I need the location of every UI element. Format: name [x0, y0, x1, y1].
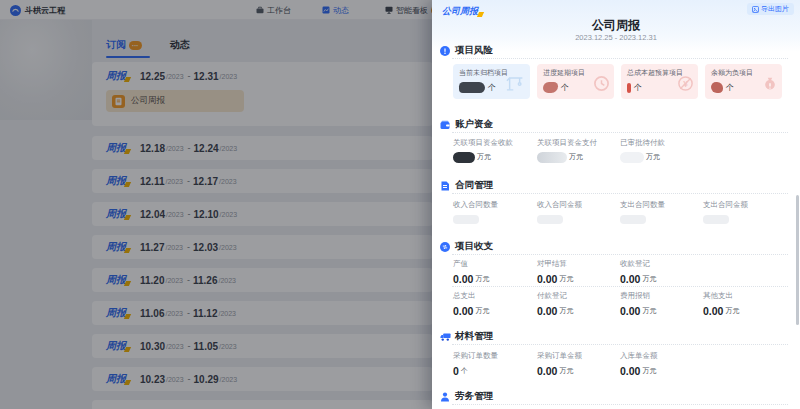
stat-unit: 万元 [646, 152, 660, 163]
stat-value: 0.00 [537, 305, 557, 317]
money-bag-icon [762, 76, 778, 96]
section-funds-header: 账户资金 [440, 119, 493, 130]
yen-over-budget-icon: ¥ [677, 75, 694, 96]
stat-label: 产值 [453, 259, 489, 269]
divider [452, 286, 788, 287]
redacted-value [459, 82, 485, 93]
contract-doc-icon [440, 181, 451, 191]
stat-expense-contract-amount: 支出合同金额 [703, 200, 748, 224]
stat-unit: 万元 [475, 306, 489, 317]
stat-payment-registration: 付款登记 0.00万元 [537, 291, 573, 317]
section-budget-header: 项目收支 [440, 241, 493, 252]
stat-label: 关联项目资金收款 [453, 138, 513, 148]
image-icon [752, 6, 759, 13]
stat-income-contract-amount: 收入合同金额 [537, 200, 582, 224]
redacted-value [711, 82, 723, 93]
risk-card-negative-balance: 余额为负项目 个 [705, 64, 782, 99]
clock-icon [593, 75, 610, 96]
stat-label: 其他支出 [703, 291, 739, 301]
stat-label: 采购订单金额 [537, 351, 582, 361]
stat-label: 收入合同数量 [453, 200, 498, 210]
stat-label: 支出合同金额 [703, 200, 748, 210]
truck-icon [440, 332, 451, 342]
risk-card-delayed: 进度延期项目 个 [537, 64, 614, 99]
section-funds-title: 账户资金 [455, 118, 493, 131]
stat-label: 关联项目资金支付 [537, 138, 597, 148]
materials-stats: 采购订单数量 0个 采购订单金额 0.00万元 入库单金额 0.00万元 [453, 351, 790, 375]
stat-expense-contract-count: 支出合同数量 [620, 200, 665, 224]
stat-settlement: 对甲结算 0.00万元 [537, 259, 573, 285]
divider [452, 132, 788, 133]
stat-label: 采购订单数量 [453, 351, 498, 361]
stat-label: 收款登记 [620, 259, 656, 269]
risk-card-unit: 个 [561, 82, 569, 93]
redacted-value [537, 215, 563, 224]
section-materials-header: 材料管理 [440, 331, 493, 342]
stat-label: 支出合同数量 [620, 200, 665, 210]
stat-output-value: 产值 0.00万元 [453, 259, 489, 285]
stat-unit: 万元 [642, 306, 656, 317]
section-risk-title: 项目风险 [455, 44, 493, 57]
stat-unit: 万元 [477, 152, 491, 163]
stat-value: 0.00 [620, 365, 640, 377]
stat-value: 0.00 [620, 305, 640, 317]
stat-inbound-amount: 入库单金额 0.00万元 [620, 351, 658, 377]
stat-label: 总支出 [453, 291, 489, 301]
divider [452, 58, 788, 59]
stat-label: 收入合同金额 [537, 200, 582, 210]
stat-value: 0.00 [537, 365, 557, 377]
funds-stats: 关联项目资金收款 万元 关联项目资金支付 万元 已审批待付款 万元 [453, 138, 790, 162]
stat-value: 0.00 [453, 305, 473, 317]
stat-unit: 个 [461, 366, 468, 377]
income-expense-icon [440, 242, 451, 252]
export-image-button[interactable]: 导出图片 [747, 3, 794, 15]
alert-icon [440, 46, 451, 56]
stat-purchase-order-count: 采购订单数量 0个 [453, 351, 498, 377]
divider [452, 193, 788, 194]
stat-label: 对甲结算 [537, 259, 573, 269]
stat-funds-received: 关联项目资金收款 万元 [453, 138, 513, 163]
divider [452, 344, 788, 345]
redacted-value [543, 82, 558, 93]
redacted-value [537, 152, 567, 163]
stat-funds-paid: 关联项目资金支付 万元 [537, 138, 597, 163]
redacted-value [620, 215, 646, 224]
stat-income-contract-count: 收入合同数量 [453, 200, 498, 224]
stat-unit: 万元 [642, 274, 656, 285]
stat-unit: 万元 [475, 274, 489, 285]
budget-stats-row1: 产值 0.00万元 对甲结算 0.00万元 收款登记 0.00万元 [453, 259, 790, 283]
stat-receipt-registration: 收款登记 0.00万元 [620, 259, 656, 285]
section-contracts-title: 合同管理 [455, 179, 493, 192]
stat-value: 0.00 [620, 273, 640, 285]
divider [452, 254, 788, 255]
stat-label: 已审批待付款 [620, 138, 665, 148]
divider [452, 404, 788, 405]
budget-stats-row2: 总支出 0.00万元 付款登记 0.00万元 费用报销 0.00万元 其他支出 … [453, 291, 790, 315]
section-risk-header: 项目风险 [440, 45, 493, 56]
stat-unit: 万元 [569, 152, 583, 163]
stat-unit: 万元 [642, 366, 656, 377]
section-labor-title: 劳务管理 [455, 390, 493, 403]
stat-reimbursement: 费用报销 0.00万元 [620, 291, 656, 317]
modal-overlay[interactable] [0, 0, 432, 409]
redacted-value [620, 152, 644, 163]
stat-value: 0 [453, 365, 459, 377]
person-icon [440, 392, 451, 402]
section-budget-title: 项目收支 [455, 240, 493, 253]
stat-unit: 万元 [559, 306, 573, 317]
stat-unit: 万元 [559, 366, 573, 377]
stat-unit: 万元 [725, 306, 739, 317]
redacted-value [703, 215, 729, 224]
redacted-value [627, 83, 631, 93]
stat-unit: 万元 [559, 274, 573, 285]
section-contracts-header: 合同管理 [440, 180, 493, 191]
risk-card-unit: 个 [726, 82, 734, 93]
redacted-value [453, 215, 479, 224]
stat-value: 0.00 [453, 273, 473, 285]
stat-purchase-order-amount: 采购订单金额 0.00万元 [537, 351, 582, 377]
stat-total-expense: 总支出 0.00万元 [453, 291, 489, 317]
tower-crane-icon [506, 75, 526, 96]
contracts-stats: 收入合同数量 收入合同金额 支出合同数量 支出合同金额 [453, 200, 790, 224]
drawer-scrollbar[interactable] [796, 195, 799, 325]
risk-card-unarchived: 当前未归档项目 个 [453, 64, 530, 99]
